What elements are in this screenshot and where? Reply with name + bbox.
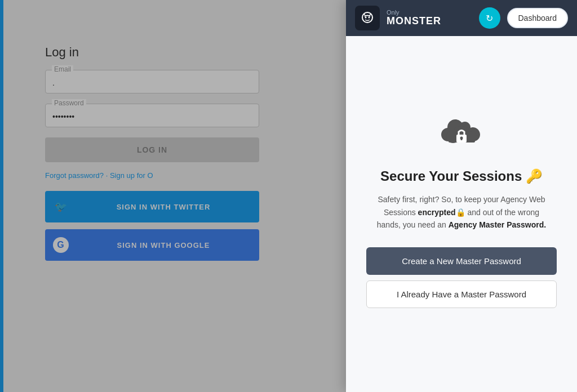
brand-monster-text: MONSTER	[387, 16, 441, 27]
svg-point-2	[365, 17, 367, 19]
already-have-password-button[interactable]: I Already Have a Master Password	[366, 280, 557, 308]
cloud-lock-icon	[439, 115, 484, 155]
brand-name: Only MONSTER	[387, 9, 441, 27]
svg-point-3	[369, 17, 370, 19]
top-navbar: Only MONSTER ↻ Dashboard	[346, 0, 577, 36]
create-master-password-button[interactable]: Create a New Master Password	[366, 247, 557, 275]
svg-rect-10	[461, 138, 463, 140]
monster-logo-icon	[359, 10, 375, 26]
popup-panel: Only MONSTER ↻ Dashboard	[346, 0, 577, 392]
refresh-icon: ↻	[486, 13, 493, 24]
brand-logo	[355, 6, 380, 30]
panel-content: Secure Your Sessions 🔑 Safety first, rig…	[346, 36, 577, 392]
desc-bold1: encrypted🔒	[418, 208, 465, 217]
dashboard-button[interactable]: Dashboard	[507, 8, 569, 28]
panel-description: Safety first, right? So, to keep your Ag…	[371, 193, 552, 231]
nav-refresh-button[interactable]: ↻	[479, 7, 500, 29]
desc-bold2: Agency Master Password.	[449, 220, 547, 229]
cloud-lock-icon-wrap	[439, 115, 484, 157]
panel-title: Secure Your Sessions 🔑	[380, 168, 543, 184]
